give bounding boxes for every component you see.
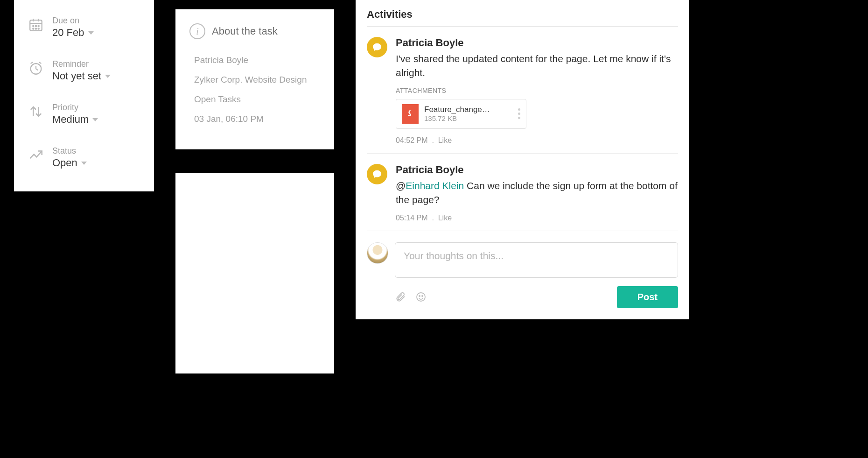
priority-value[interactable]: Medium bbox=[52, 113, 98, 126]
reminder-text: Not yet set bbox=[52, 70, 101, 82]
activity-author: Patricia Boyle bbox=[396, 164, 678, 176]
priority-text: Medium bbox=[52, 113, 89, 126]
reminder-label: Reminder bbox=[52, 59, 141, 69]
like-button[interactable]: Like bbox=[438, 136, 452, 144]
emoji-icon[interactable] bbox=[415, 291, 427, 303]
comment-composer: Post bbox=[367, 231, 678, 308]
attachment-name: Feature_change… bbox=[424, 105, 512, 114]
status-row: Status Open bbox=[27, 146, 141, 169]
status-value[interactable]: Open bbox=[52, 157, 87, 169]
svg-point-8 bbox=[35, 28, 36, 29]
about-task-panel: i About the task Patricia Boyle Zylker C… bbox=[175, 9, 334, 149]
svg-point-4 bbox=[33, 26, 34, 27]
priority-label: Priority bbox=[52, 103, 141, 113]
activity-time: 05:14 PM bbox=[396, 214, 427, 222]
about-header: i About the task bbox=[189, 23, 320, 39]
svg-point-19 bbox=[422, 296, 423, 296]
due-on-row: Due on 20 Feb bbox=[27, 16, 141, 39]
svg-point-7 bbox=[33, 28, 34, 29]
activity-text: I've shared the updated content for the … bbox=[396, 52, 678, 80]
trend-icon bbox=[27, 146, 45, 164]
svg-point-18 bbox=[419, 296, 420, 296]
post-button[interactable]: Post bbox=[617, 286, 678, 308]
comment-input[interactable] bbox=[395, 242, 678, 278]
info-icon: i bbox=[189, 23, 205, 39]
status-label: Status bbox=[52, 146, 141, 156]
like-button[interactable]: Like bbox=[438, 214, 452, 222]
priority-icon bbox=[27, 103, 45, 120]
comment-icon bbox=[367, 164, 387, 184]
activity-time: 04:52 PM bbox=[396, 136, 427, 144]
activities-panel: Activities Patricia Boyle I've shared th… bbox=[356, 0, 689, 319]
activity-footer: 04:52 PM . Like bbox=[396, 136, 678, 145]
task-properties-panel: Due on 20 Feb Reminder Not yet set Prior… bbox=[14, 0, 154, 191]
attachment-size: 135.72 KB bbox=[424, 114, 512, 122]
due-on-text: 20 Feb bbox=[52, 27, 84, 39]
attachment-card[interactable]: Feature_change… 135.72 KB bbox=[396, 99, 526, 129]
svg-point-9 bbox=[38, 28, 39, 29]
chevron-down-icon bbox=[81, 162, 87, 165]
svg-point-6 bbox=[38, 26, 39, 27]
svg-line-12 bbox=[36, 69, 38, 70]
pdf-file-icon bbox=[402, 104, 419, 124]
chevron-down-icon bbox=[88, 31, 94, 35]
attachments-label: ATTACHMENTS bbox=[396, 87, 678, 94]
svg-point-5 bbox=[35, 26, 36, 27]
chevron-down-icon bbox=[105, 75, 111, 78]
calendar-icon bbox=[27, 16, 45, 34]
about-list: Open Tasks bbox=[189, 90, 320, 109]
activity-author: Patricia Boyle bbox=[396, 37, 678, 49]
reminder-value[interactable]: Not yet set bbox=[52, 70, 111, 82]
reminder-row: Reminder Not yet set bbox=[27, 59, 141, 82]
attach-icon[interactable] bbox=[395, 291, 406, 303]
about-owner: Patricia Boyle bbox=[189, 50, 320, 70]
priority-row: Priority Medium bbox=[27, 103, 141, 126]
user-avatar bbox=[367, 242, 388, 264]
chevron-down-icon bbox=[92, 118, 98, 121]
activity-text: @Einhard Klein Can we include the sign u… bbox=[396, 179, 678, 207]
status-text: Open bbox=[52, 157, 77, 169]
due-on-label: Due on bbox=[52, 16, 141, 26]
activities-title: Activities bbox=[367, 6, 678, 27]
about-created: 03 Jan, 06:10 PM bbox=[189, 109, 320, 129]
activity-item: Patricia Boyle I've shared the updated c… bbox=[367, 27, 678, 154]
clock-icon bbox=[27, 59, 45, 77]
svg-line-13 bbox=[31, 62, 33, 63]
about-project: Zylker Corp. Website Design bbox=[189, 70, 320, 90]
activity-footer: 05:14 PM . Like bbox=[396, 214, 678, 222]
blank-panel bbox=[175, 173, 334, 373]
attachment-more-icon[interactable] bbox=[518, 108, 520, 119]
mention-link[interactable]: Einhard Klein bbox=[406, 180, 464, 191]
due-on-value[interactable]: 20 Feb bbox=[52, 27, 94, 39]
svg-point-17 bbox=[417, 293, 425, 301]
svg-line-14 bbox=[39, 62, 41, 63]
comment-icon bbox=[367, 37, 387, 57]
activity-item: Patricia Boyle @Einhard Klein Can we inc… bbox=[367, 154, 678, 231]
about-title: About the task bbox=[212, 25, 278, 37]
